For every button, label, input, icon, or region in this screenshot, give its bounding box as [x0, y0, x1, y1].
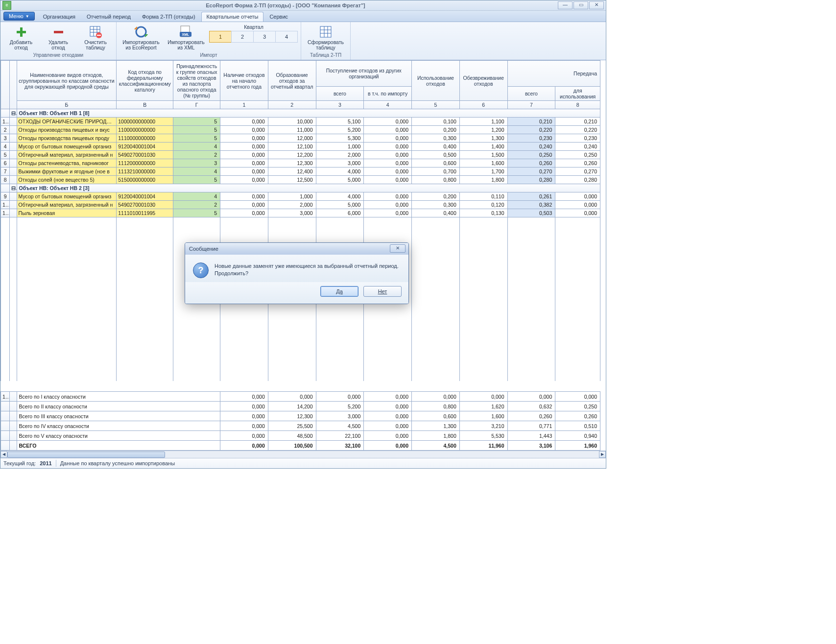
import-ecoreport-button[interactable]: Импортироватьиз EcoReport [119, 23, 163, 52]
minimize-button[interactable]: — [558, 1, 573, 9]
cell-code[interactable]: 1110000000000 [117, 134, 173, 143]
col-subheader[interactable]: всего [507, 87, 555, 101]
cell-name[interactable]: Обтирочный материал, загрязненный н [17, 201, 117, 209]
cell-group[interactable]: 4 [173, 143, 220, 151]
cell-code[interactable]: 1113210000000 [117, 167, 173, 176]
import-xml-button[interactable]: XML Импортироватьиз XML [165, 23, 208, 52]
table-row[interactable]: 2Отходы производства пищевых и вкус11000… [1, 126, 600, 134]
table-row[interactable]: 5Обтирочный материал, загрязненный н5490… [1, 151, 600, 159]
summary-grid: 11Всего по I классу опасности0,0000,0000… [0, 391, 600, 451]
tab-Форма-2-ТП-(отходы)[interactable]: Форма 2-ТП (отходы) [137, 12, 201, 22]
group-label: Управление отходами [33, 52, 83, 60]
grid-area[interactable]: Наименование видов отходов, сгруппирован… [0, 60, 606, 391]
table-row[interactable]: 6Отходы растениеводства, парниковог11120… [1, 159, 600, 167]
horizontal-scrollbar[interactable]: ◀ ▶ [0, 451, 606, 458]
cell-name[interactable]: Мусор от бытовых помещений организ [17, 143, 117, 151]
svg-rect-14 [320, 26, 331, 37]
collapse-icon[interactable]: ⊟ [10, 184, 17, 192]
question-icon: ? [193, 262, 209, 278]
cell-group[interactable]: 4 [173, 167, 220, 176]
cell-code[interactable]: 5490270001030 [117, 201, 173, 209]
cell-group[interactable]: 5 [173, 209, 220, 217]
cell-group[interactable]: 5 [173, 118, 220, 126]
col-header[interactable]: Принадлежность к группе опасных свойств … [173, 61, 220, 101]
tab-Организация[interactable]: Организация [38, 12, 81, 22]
cell-name[interactable]: Отходы производства пищевых и вкус [17, 126, 117, 134]
col-header[interactable]: Код отхода по федеральному классификацио… [117, 61, 173, 101]
cell-code[interactable]: 1100000000000 [117, 126, 173, 134]
quarter-2-button[interactable]: 2 [231, 31, 254, 43]
tab-Отчетный-период[interactable]: Отчетный период [81, 12, 136, 22]
dialog-close-button[interactable]: ✕ [390, 244, 406, 253]
yes-button[interactable]: Да [320, 286, 358, 297]
cell-name[interactable]: Отходы растениеводства, парниковог [17, 159, 117, 167]
cell-name[interactable]: Отходы солей (ное вещество 5) [17, 176, 117, 184]
cell-group[interactable]: 3 [173, 159, 220, 167]
col-subheader[interactable]: всего [316, 87, 364, 101]
cell-group[interactable]: 5 [173, 126, 220, 134]
data-grid[interactable]: Наименование видов отходов, сгруппирован… [0, 60, 600, 381]
col-header[interactable]: Образование отходов за отчетный квартал [268, 61, 316, 101]
cell-name[interactable]: Пыль зерновая [17, 209, 117, 217]
table-row[interactable]: 4Мусор от бытовых помещений организ91200… [1, 143, 600, 151]
collapse-icon[interactable]: ⊟ [10, 109, 17, 118]
group-title[interactable]: Объект НВ: Объект НВ 1 [8] [17, 109, 600, 118]
cell-group[interactable]: 2 [173, 201, 220, 209]
quarter-4-button[interactable]: 4 [275, 31, 298, 43]
add-waste-button[interactable]: Добавитьотход [3, 23, 39, 52]
summary-row: ВСЕГО0,000100,50032,1000,0004,50011,9603… [1, 441, 600, 451]
quarter-3-button[interactable]: 3 [253, 31, 276, 43]
scroll-thumb[interactable] [7, 452, 165, 458]
cell-code[interactable]: 1111010011995 [117, 209, 173, 217]
col-subheader[interactable]: для использования [555, 87, 600, 101]
group-title[interactable]: Объект НВ: Объект НВ 2 [3] [17, 184, 600, 192]
cell-code[interactable]: 1000000000000 [117, 118, 173, 126]
cell-name[interactable]: Отходы производства пищевых проду [17, 134, 117, 143]
cell-name[interactable]: ОТХОДЫ ОРГАНИЧЕСКИЕ ПРИРОДНОГО [17, 118, 117, 126]
table-row[interactable]: 11Пыль зерновая111101001199550,0003,0006… [1, 209, 600, 217]
col-subheader[interactable]: в т.ч. по импорту [364, 87, 412, 101]
cell-name[interactable]: Выжимки фруктовые и ягодные (ное в [17, 167, 117, 176]
col-header[interactable]: Обезвреживание отходов [459, 61, 507, 101]
close-button[interactable]: ✕ [589, 1, 604, 9]
tab-Сервис[interactable]: Сервис [264, 12, 293, 22]
table-row[interactable]: 3Отходы производства пищевых проду111000… [1, 134, 600, 143]
col-header[interactable]: Наименование видов отходов, сгруппирован… [17, 61, 117, 101]
no-button[interactable]: Нет [363, 286, 402, 297]
ribbon-group-table2tp: Сформироватьтаблицу Таблица 2-ТП [301, 22, 351, 60]
table-row[interactable]: 1 ▸ОТХОДЫ ОРГАНИЧЕСКИЕ ПРИРОДНОГО1000000… [1, 118, 600, 126]
cell-code[interactable]: 9120040001004 [117, 143, 173, 151]
table-row[interactable]: 10Обтирочный материал, загрязненный н549… [1, 201, 600, 209]
cell-code[interactable]: 5150000000000 [117, 176, 173, 184]
clear-table-button[interactable]: Очиститьтаблицу [78, 23, 113, 52]
menu-button[interactable]: Меню ▼ [3, 12, 35, 21]
col-header[interactable]: Поступление отходов из других организаци… [316, 61, 412, 87]
table-row[interactable]: 8Отходы солей (ное вещество 5)5150000000… [1, 176, 600, 184]
col-header[interactable]: Передача [507, 61, 600, 87]
table-row[interactable]: 9Мусор от бытовых помещений организ91200… [1, 192, 600, 201]
scroll-left-icon[interactable]: ◀ [0, 451, 7, 458]
cell-name[interactable]: Обтирочный материал, загрязненный н [17, 151, 117, 159]
cell-group[interactable]: 5 [173, 134, 220, 143]
cell-code[interactable]: 9120040001004 [117, 192, 173, 201]
maximize-button[interactable]: ▭ [573, 1, 588, 9]
caret-down-icon: ▼ [25, 14, 29, 19]
cell-group[interactable]: 2 [173, 151, 220, 159]
cell-group[interactable]: 4 [173, 192, 220, 201]
scroll-right-icon[interactable]: ▶ [599, 451, 606, 458]
row-number: 11 [1, 209, 10, 217]
confirm-dialog: Сообщение ✕ ? Новые данные заменят уже и… [185, 242, 409, 304]
dialog-titlebar[interactable]: Сообщение ✕ [185, 243, 408, 255]
menu-label: Меню [9, 13, 24, 19]
quarter-1-button[interactable]: 1 [209, 31, 232, 43]
cell-code[interactable]: 1112000000000 [117, 159, 173, 167]
cell-code[interactable]: 5490270001030 [117, 151, 173, 159]
cell-group[interactable]: 5 [173, 176, 220, 184]
form-table-button[interactable]: Сформироватьтаблицу [304, 23, 347, 52]
tab-Квартальные-отчеты[interactable]: Квартальные отчеты [201, 12, 264, 22]
delete-waste-button[interactable]: Удалитьотход [41, 23, 76, 52]
col-header[interactable]: Наличие отходов на начало отчетного года [220, 61, 268, 101]
col-header[interactable]: Использование отходов [412, 61, 460, 101]
table-row[interactable]: 7Выжимки фруктовые и ягодные (ное в11132… [1, 167, 600, 176]
cell-name[interactable]: Мусор от бытовых помещений организ [17, 192, 117, 201]
